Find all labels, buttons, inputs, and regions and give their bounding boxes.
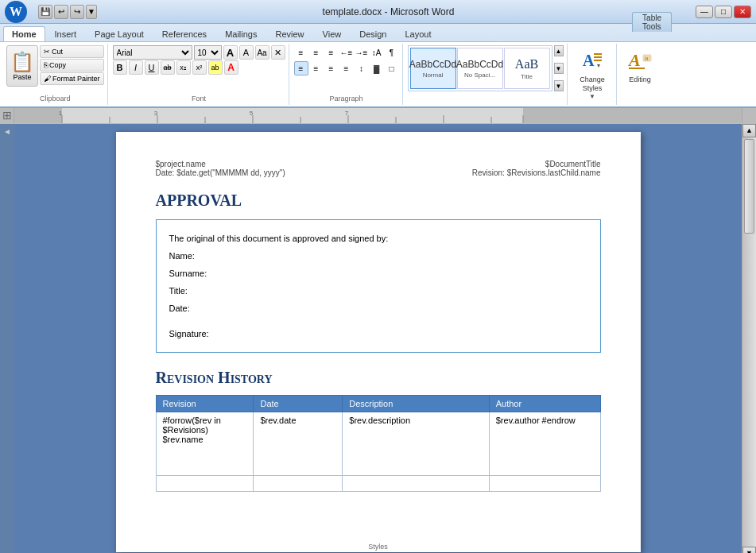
align-left-button[interactable]: ≡ xyxy=(294,61,308,75)
paragraph-group: ≡ ≡ ≡ ←≡ →≡ ↕A ¶ ≡ ≡ ≡ ≡ ↕ ▓ xyxy=(291,44,403,105)
tab-insert[interactable]: Insert xyxy=(46,26,86,41)
approval-spacer xyxy=(169,317,587,325)
style-nospacing-preview: AaBbCcDd xyxy=(456,59,503,70)
cell-author: $rev.author #endrow xyxy=(489,412,600,475)
style-nospacing[interactable]: AaBbCcDd No Spaci... xyxy=(457,48,503,89)
minimize-button[interactable]: — xyxy=(696,6,713,18)
grow-font-button[interactable]: A xyxy=(223,45,238,60)
styles-label-below: Styles xyxy=(0,543,756,551)
editing-label: Editing xyxy=(629,75,651,83)
scroll-up-button[interactable]: ▲ xyxy=(742,124,756,137)
svg-text:A: A xyxy=(627,50,641,70)
styles-expand[interactable]: ▼ xyxy=(554,80,564,91)
approval-line3: Surname: xyxy=(169,265,587,282)
cell-description: $rev.description xyxy=(343,412,489,475)
clear-format-button[interactable]: ✕ xyxy=(271,45,285,60)
title-bar: W 💾 ↩ ↪ ▼ template.docx - Microsoft Word… xyxy=(0,0,756,24)
font-size-select[interactable]: 10 xyxy=(194,45,222,60)
clipboard-group-content: 📋 Paste ✂Cut ⎘Copy 🖌Format Painter xyxy=(6,45,104,93)
editing-button[interactable]: A a Editing xyxy=(624,45,656,87)
styles-group: AaBbCcDd Normal AaBbCcDd No Spaci... AaB… xyxy=(405,44,568,105)
change-styles-arrow: ▼ xyxy=(589,93,595,100)
style-title-label: Title xyxy=(521,73,533,80)
decrease-indent-button[interactable]: ←≡ xyxy=(339,45,354,60)
bold-button[interactable]: B xyxy=(113,60,127,75)
tab-layout[interactable]: Layout xyxy=(396,26,440,41)
svg-text:1: 1 xyxy=(59,110,63,117)
tab-home[interactable]: Home xyxy=(3,26,45,41)
editing-group: A a Editing xyxy=(618,44,662,105)
col-description: Description xyxy=(343,395,489,412)
styles-scroll-up[interactable]: ▲ xyxy=(554,45,564,56)
paragraph-group-label: Paragraph xyxy=(330,95,363,103)
ruler-scroll-corner xyxy=(742,108,756,123)
save-quick-btn[interactable]: 💾 xyxy=(38,5,52,19)
paste-button[interactable]: 📋 Paste xyxy=(6,45,38,87)
tab-page-layout[interactable]: Page Layout xyxy=(86,26,153,41)
numbering-button[interactable]: ≡ xyxy=(309,45,324,60)
tab-mailings[interactable]: Mailings xyxy=(216,26,266,41)
quick-access-dropdown[interactable]: ▼ xyxy=(86,5,97,19)
subscript-button[interactable]: x₂ xyxy=(176,60,191,75)
para-row-2: ≡ ≡ ≡ ≡ ↕ ▓ □ xyxy=(294,61,399,75)
copy-button[interactable]: ⎘Copy xyxy=(40,59,104,72)
align-right-button[interactable]: ≡ xyxy=(324,61,339,75)
line-spacing-button[interactable]: ↕ xyxy=(355,61,369,75)
maximize-button[interactable]: □ xyxy=(715,6,732,18)
word-app-icon: W xyxy=(5,1,27,23)
ruler-left-corner: ⊞ xyxy=(0,108,14,123)
increase-indent-button[interactable]: →≡ xyxy=(355,45,369,60)
scrollbar-v: ▲ ▼ xyxy=(742,124,756,553)
superscript-button[interactable]: x² xyxy=(192,60,207,75)
tab-references[interactable]: References xyxy=(153,26,215,41)
redo-quick-btn[interactable]: ↪ xyxy=(70,5,84,19)
table-row: #forrow($rev in $Revisions) $rev.name $r… xyxy=(156,412,600,475)
approval-line4: Title: xyxy=(169,282,587,300)
approval-line2: Name: xyxy=(169,247,587,265)
approval-line5: Date: xyxy=(169,300,587,317)
format-painter-button[interactable]: 🖌Format Painter xyxy=(40,72,104,85)
borders-button[interactable]: □ xyxy=(385,61,399,75)
justify-button[interactable]: ≡ xyxy=(339,61,354,75)
svg-marker-4 xyxy=(597,64,600,68)
shading-button[interactable]: ▓ xyxy=(370,61,384,75)
show-marks-button[interactable]: ¶ xyxy=(385,45,399,60)
doc-revision: Revision: $Revisions.lastChild.name xyxy=(472,168,601,177)
clipboard-group: 📋 Paste ✂Cut ⎘Copy 🖌Format Painter Clipb… xyxy=(3,44,108,105)
col-revision: Revision xyxy=(156,395,254,412)
style-normal[interactable]: AaBbCcDd Normal xyxy=(410,48,456,89)
highlight-button[interactable]: ab xyxy=(208,60,223,75)
ribbon-body: 📋 Paste ✂Cut ⎘Copy 🖌Format Painter Clipb… xyxy=(0,41,756,106)
svg-rect-1 xyxy=(594,53,602,55)
underline-button[interactable]: U xyxy=(145,60,159,75)
scroll-thumb[interactable] xyxy=(744,139,754,234)
window-title: template.docx - Microsoft Word xyxy=(97,6,680,17)
style-title-preview: AaB xyxy=(515,57,538,72)
multilevel-button[interactable]: ≡ xyxy=(324,45,339,60)
close-button[interactable]: ✕ xyxy=(734,6,751,18)
italic-button[interactable]: I xyxy=(129,60,143,75)
bullets-button[interactable]: ≡ xyxy=(294,45,308,60)
font-row-2: B I U ab x₂ x² ab A xyxy=(113,60,285,75)
cut-button[interactable]: ✂Cut xyxy=(40,45,104,58)
page: $project.name Date: $date.get("MMMMM dd,… xyxy=(116,132,641,552)
strikethrough-button[interactable]: ab xyxy=(161,60,175,75)
shrink-font-button[interactable]: A xyxy=(239,45,254,60)
style-normal-label: Normal xyxy=(423,72,444,79)
svg-rect-2 xyxy=(594,56,602,58)
approval-box: The original of this document is approve… xyxy=(156,219,601,353)
font-name-select[interactable]: Arial xyxy=(113,45,192,60)
tab-design[interactable]: Design xyxy=(351,26,395,41)
align-center-button[interactable]: ≡ xyxy=(309,61,324,75)
styles-scroll-down[interactable]: ▼ xyxy=(554,63,564,74)
change-case-button[interactable]: Aa xyxy=(255,45,269,60)
svg-rect-3 xyxy=(594,60,602,61)
font-color-button[interactable]: A xyxy=(224,60,238,75)
tab-review[interactable]: Review xyxy=(266,26,312,41)
style-title[interactable]: AaB Title xyxy=(504,48,550,89)
change-styles-button[interactable]: A ChangeStyles ▼ xyxy=(576,45,608,103)
sort-button[interactable]: ↕A xyxy=(370,45,384,60)
tab-view[interactable]: View xyxy=(314,26,351,41)
undo-quick-btn[interactable]: ↩ xyxy=(54,5,68,19)
revision-table-header: Revision Date Description Author xyxy=(156,395,600,412)
